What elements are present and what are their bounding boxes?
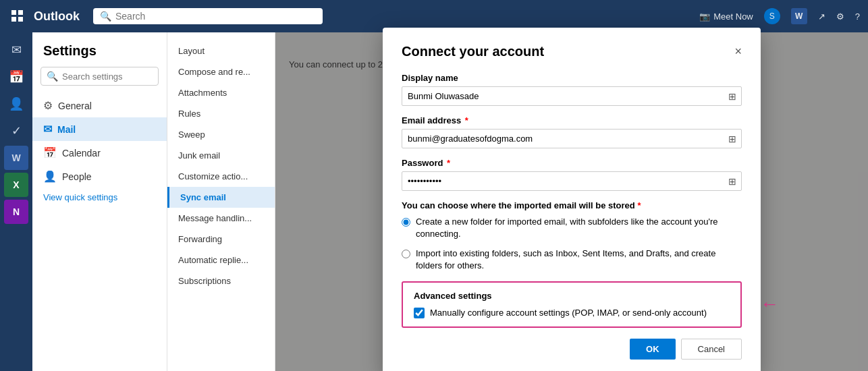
radio-existing-folder[interactable]: [402, 250, 410, 258]
email-required: *: [462, 115, 468, 125]
radio-new-folder-label: Create a new folder for imported email, …: [416, 216, 742, 240]
password-toggle-icon[interactable]: ⊞: [728, 176, 736, 187]
sub-nav-attachments[interactable]: Attachments: [167, 82, 275, 103]
modal-overlay: Connect your account × Display name ⊞ Em…: [275, 32, 868, 371]
dialog-footer: OK Cancel: [402, 339, 742, 360]
settings-button[interactable]: ⚙: [836, 11, 844, 22]
storage-label: You can choose where the imported email …: [402, 200, 742, 210]
rail-calendar[interactable]: 📅: [4, 65, 28, 89]
password-group: Password * ⊞: [402, 158, 742, 191]
apps-launcher[interactable]: [8, 7, 27, 26]
sub-nav-auto-replies[interactable]: Automatic replie...: [167, 250, 275, 270]
cancel-button[interactable]: Cancel: [681, 339, 742, 360]
password-input[interactable]: [402, 171, 742, 191]
settings-search-icon: 🔍: [47, 71, 58, 82]
icon-rail: ✉ 📅 👤 ✓ W X N: [0, 32, 32, 371]
rail-mail[interactable]: ✉: [4, 38, 28, 62]
sub-nav-junk[interactable]: Junk email: [167, 145, 275, 166]
radio-option-existing: Import into existing folders, such as In…: [402, 248, 742, 272]
email-group: Email address * ⊞: [402, 115, 742, 148]
sub-nav-subscriptions[interactable]: Subscriptions: [167, 270, 275, 291]
manual-config-checkbox[interactable]: [414, 308, 425, 318]
radio-existing-folder-label: Import into existing folders, such as In…: [416, 248, 742, 272]
main-content: You can connect up to 20 other email acc…: [275, 32, 868, 371]
manual-config-option: Manually configure account settings (POP…: [414, 308, 730, 318]
sub-nav-message[interactable]: Message handlin...: [167, 208, 275, 229]
meet-now-button[interactable]: 📷 Meet Now: [699, 11, 753, 22]
share-icon: ↗: [818, 11, 825, 22]
red-arrow-annotation: ←: [760, 293, 779, 315]
svg-rect-2: [11, 17, 16, 22]
share-button[interactable]: ↗: [818, 11, 825, 22]
display-name-wrapper: ⊞: [402, 86, 742, 106]
email-input[interactable]: [402, 129, 742, 148]
search-input[interactable]: [115, 11, 316, 22]
mail-icon: ✉: [43, 123, 52, 136]
settings-nav-mail[interactable]: ✉ Mail: [32, 117, 167, 141]
settings-nav-general[interactable]: ⚙ General: [32, 94, 167, 117]
advanced-settings-box: Advanced settings Manually configure acc…: [402, 281, 742, 328]
gear-icon: ⚙: [836, 11, 844, 22]
sub-nav-sweep[interactable]: Sweep: [167, 124, 275, 145]
password-required: *: [444, 158, 450, 168]
sub-nav-layout[interactable]: Layout: [167, 40, 275, 61]
advanced-settings-title: Advanced settings: [414, 291, 730, 301]
word-button[interactable]: W: [791, 8, 807, 24]
help-button[interactable]: ?: [855, 11, 860, 22]
people-icon: 👤: [43, 170, 57, 183]
display-name-group: Display name ⊞: [402, 73, 742, 106]
settings-title: Settings: [32, 43, 167, 67]
radio-new-folder[interactable]: [402, 218, 410, 227]
search-box[interactable]: 🔍: [93, 8, 323, 24]
app-logo: Outlook: [34, 9, 80, 24]
email-toggle-icon[interactable]: ⊞: [728, 134, 736, 144]
display-name-label: Display name: [402, 73, 742, 83]
rail-excel[interactable]: X: [4, 173, 28, 197]
camera-icon: 📷: [699, 11, 710, 22]
view-quick-settings-link[interactable]: View quick settings: [32, 188, 167, 206]
sub-nav-compose[interactable]: Compose and re...: [167, 61, 275, 82]
rail-people[interactable]: 👤: [4, 92, 28, 116]
sub-nav-rules[interactable]: Rules: [167, 103, 275, 124]
skype-button[interactable]: S: [764, 8, 780, 24]
password-label: Password *: [402, 158, 742, 168]
display-name-toggle-icon[interactable]: ⊞: [728, 91, 736, 102]
sub-nav-customize[interactable]: Customize actio...: [167, 166, 275, 187]
calendar-icon: 📅: [43, 146, 57, 159]
dialog-close-button[interactable]: ×: [734, 45, 742, 59]
sub-nav-forwarding[interactable]: Forwarding: [167, 229, 275, 250]
connect-account-dialog: Connect your account × Display name ⊞ Em…: [383, 28, 761, 371]
settings-search-input[interactable]: [62, 72, 153, 82]
skype-icon: S: [764, 8, 780, 24]
ok-button[interactable]: OK: [630, 339, 676, 360]
question-icon: ?: [855, 11, 860, 22]
radio-option-new-folder: Create a new folder for imported email, …: [402, 216, 742, 240]
email-wrapper: ⊞: [402, 129, 742, 148]
display-name-input[interactable]: [402, 86, 742, 106]
dialog-title: Connect your account: [402, 44, 544, 59]
svg-rect-1: [18, 10, 23, 15]
storage-group: You can choose where the imported email …: [402, 200, 742, 272]
advanced-container: Advanced settings Manually configure acc…: [402, 281, 742, 328]
sub-nav-sync[interactable]: Sync email: [167, 187, 275, 208]
topbar-actions: 📷 Meet Now S W ↗ ⚙ ?: [699, 8, 860, 24]
general-icon: ⚙: [43, 99, 53, 112]
settings-nav-people[interactable]: 👤 People: [32, 165, 167, 188]
word-icon: W: [791, 8, 807, 24]
rail-tasks[interactable]: ✓: [4, 119, 28, 143]
app-layout: ✉ 📅 👤 ✓ W X N Settings 🔍 ⚙ General ✉ Mai…: [0, 32, 868, 371]
search-icon: 🔍: [100, 11, 111, 22]
dialog-header: Connect your account ×: [402, 44, 742, 59]
rail-word[interactable]: W: [4, 146, 28, 170]
settings-panel: Settings 🔍 ⚙ General ✉ Mail 📅 Calendar 👤…: [32, 32, 167, 371]
settings-nav-calendar[interactable]: 📅 Calendar: [32, 141, 167, 165]
svg-rect-0: [11, 10, 16, 15]
manual-config-label: Manually configure account settings (POP…: [430, 308, 707, 318]
sub-nav: Layout Compose and re... Attachments Rul…: [167, 32, 275, 371]
svg-rect-3: [18, 17, 23, 22]
email-label: Email address *: [402, 115, 742, 125]
rail-onenote[interactable]: N: [4, 200, 28, 224]
password-wrapper: ⊞: [402, 171, 742, 191]
settings-search-box[interactable]: 🔍: [40, 67, 159, 86]
